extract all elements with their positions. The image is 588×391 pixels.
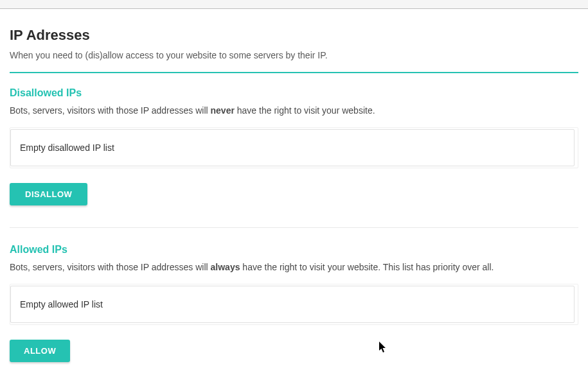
disallowed-description: Bots, servers, visitors with those IP ad…	[10, 105, 578, 116]
allowed-desc-suffix: have the right to visit your website. Th…	[240, 262, 494, 272]
disallowed-ip-box-wrapper: Empty disallowed IP list	[10, 127, 578, 168]
allowed-ip-box-wrapper: Empty allowed IP list	[10, 284, 578, 325]
allowed-description: Bots, servers, visitors with those IP ad…	[10, 262, 578, 272]
page-title: IP Adresses	[10, 27, 578, 44]
content-area: IP Adresses When you need to (dis)allow …	[0, 9, 588, 362]
title-divider	[10, 72, 578, 73]
allowed-title: Allowed IPs	[10, 244, 578, 256]
disallowed-section: Disallowed IPs Bots, servers, visitors w…	[10, 87, 578, 205]
disallowed-title: Disallowed IPs	[10, 87, 578, 99]
disallow-button[interactable]: DISALLOW	[10, 183, 87, 205]
section-divider	[10, 227, 578, 228]
allowed-section: Allowed IPs Bots, servers, visitors with…	[10, 244, 578, 362]
disallowed-desc-prefix: Bots, servers, visitors with those IP ad…	[10, 105, 211, 116]
disallowed-ip-list[interactable]: Empty disallowed IP list	[10, 129, 575, 166]
page-subtitle: When you need to (dis)allow access to yo…	[10, 50, 578, 60]
allowed-desc-prefix: Bots, servers, visitors with those IP ad…	[10, 262, 211, 272]
disallowed-desc-emph: never	[211, 105, 235, 116]
allow-button[interactable]: ALLOW	[10, 340, 70, 362]
top-bar	[0, 0, 588, 9]
allowed-ip-list[interactable]: Empty allowed IP list	[10, 286, 575, 323]
disallowed-desc-suffix: have the right to visit your website.	[235, 105, 375, 116]
allowed-desc-emph: always	[211, 262, 240, 272]
